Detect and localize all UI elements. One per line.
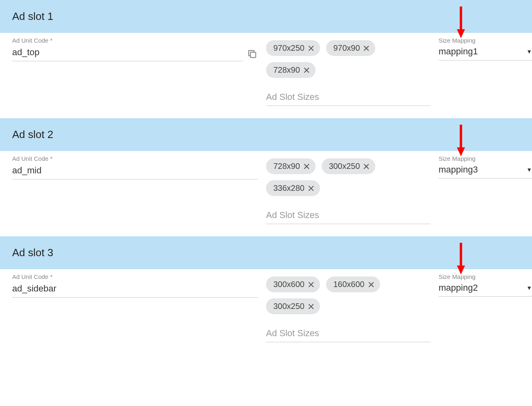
size-chip[interactable]: 300x600 (266, 276, 320, 292)
ad-unit-code-input[interactable] (12, 164, 258, 179)
size-mapping-value: mapping3 (439, 164, 478, 175)
size-chip[interactable]: 728x90 (266, 158, 316, 174)
size-mapping-label: Size Mapping (439, 273, 532, 280)
size-mapping-label: Size Mapping (439, 155, 532, 162)
remove-chip-icon[interactable] (307, 281, 315, 289)
ad-slot: Ad slot 3Ad Unit Code *300x600160x600300… (0, 236, 532, 342)
remove-chip-icon[interactable] (367, 281, 375, 289)
chevron-down-icon: ▼ (526, 48, 532, 55)
chevron-down-icon: ▼ (526, 285, 532, 291)
size-chip-label: 970x250 (273, 43, 305, 53)
ad-unit-code-input[interactable] (12, 46, 243, 61)
size-chip[interactable]: 336x280 (266, 180, 320, 196)
ad-slot-sizes-field: 970x250970x90728x90 (266, 37, 430, 106)
size-chip-label: 300x250 (273, 302, 305, 311)
ad-unit-code-label: Ad Unit Code * (12, 273, 258, 280)
size-chip-label: 970x90 (333, 43, 360, 53)
remove-chip-icon[interactable] (362, 44, 370, 52)
size-chip[interactable]: 300x250 (322, 158, 376, 174)
size-chip-label: 728x90 (273, 65, 300, 75)
ad-slot-sizes-input[interactable] (266, 89, 430, 106)
size-chip[interactable]: 160x600 (326, 276, 380, 292)
size-mapping-select[interactable]: mapping2▼ (439, 283, 532, 297)
size-chip-label: 336x280 (273, 184, 305, 193)
size-chip[interactable]: 728x90 (266, 62, 316, 78)
size-mapping-value: mapping2 (439, 283, 478, 293)
ad-slot-sizes-field: 728x90300x250336x280 (266, 155, 430, 224)
size-mapping-field: Size Mappingmapping3▼ (439, 155, 532, 224)
ad-slot: Ad slot 1Ad Unit Code *970x250970x90728x… (0, 0, 532, 106)
size-mapping-value: mapping1 (439, 46, 478, 57)
size-mapping-field: Size Mappingmapping1▼ (439, 37, 532, 106)
ad-unit-code-row (12, 164, 258, 179)
ad-unit-code-field: Ad Unit Code * (12, 37, 258, 106)
ad-slot-body: Ad Unit Code *970x250970x90728x90Size Ma… (0, 33, 532, 106)
ad-slot-header: Ad slot 2 (0, 118, 532, 151)
remove-chip-icon[interactable] (303, 162, 311, 171)
remove-chip-icon[interactable] (307, 44, 315, 52)
size-chip[interactable]: 970x90 (326, 40, 376, 56)
ad-unit-code-row (12, 46, 258, 61)
remove-chip-icon[interactable] (362, 162, 370, 171)
remove-chip-icon[interactable] (303, 66, 311, 74)
svg-rect-2 (251, 52, 256, 57)
size-chip-list: 970x250970x90728x90 (266, 37, 430, 78)
ad-unit-code-field: Ad Unit Code * (12, 155, 258, 224)
ad-unit-code-field: Ad Unit Code * (12, 273, 258, 342)
size-mapping-field: Size Mappingmapping2▼ (439, 273, 532, 342)
size-chip-label: 728x90 (273, 162, 300, 171)
ad-unit-code-label: Ad Unit Code * (12, 155, 258, 162)
ad-unit-code-row (12, 283, 258, 298)
ad-slot-header: Ad slot 1 (0, 0, 532, 33)
copy-icon[interactable] (247, 48, 258, 60)
size-chip-label: 300x600 (273, 280, 305, 289)
ad-slot-body: Ad Unit Code *300x600160x600300x250Size … (0, 269, 532, 342)
ad-slot-body: Ad Unit Code *728x90300x250336x280Size M… (0, 151, 532, 224)
size-chip-label: 160x600 (333, 280, 365, 289)
size-chip-label: 300x250 (329, 162, 360, 171)
chevron-down-icon: ▼ (526, 166, 532, 173)
remove-chip-icon[interactable] (307, 184, 315, 192)
ad-slot-sizes-input[interactable] (266, 207, 430, 224)
size-chip-list: 300x600160x600300x250 (266, 273, 430, 314)
size-chip[interactable]: 970x250 (266, 40, 320, 56)
size-chip-list: 728x90300x250336x280 (266, 155, 430, 196)
size-mapping-select[interactable]: mapping3▼ (439, 164, 532, 179)
remove-chip-icon[interactable] (307, 302, 315, 311)
ad-unit-code-input[interactable] (12, 283, 258, 298)
ad-slot-header: Ad slot 3 (0, 236, 532, 269)
ad-slot: Ad slot 2Ad Unit Code *728x90300x250336x… (0, 118, 532, 224)
size-mapping-select[interactable]: mapping1▼ (439, 46, 532, 60)
size-chip[interactable]: 300x250 (266, 298, 320, 314)
ad-slot-sizes-field: 300x600160x600300x250 (266, 273, 430, 342)
ad-slot-sizes-input[interactable] (266, 326, 430, 342)
size-mapping-label: Size Mapping (439, 37, 532, 44)
ad-unit-code-label: Ad Unit Code * (12, 37, 258, 44)
